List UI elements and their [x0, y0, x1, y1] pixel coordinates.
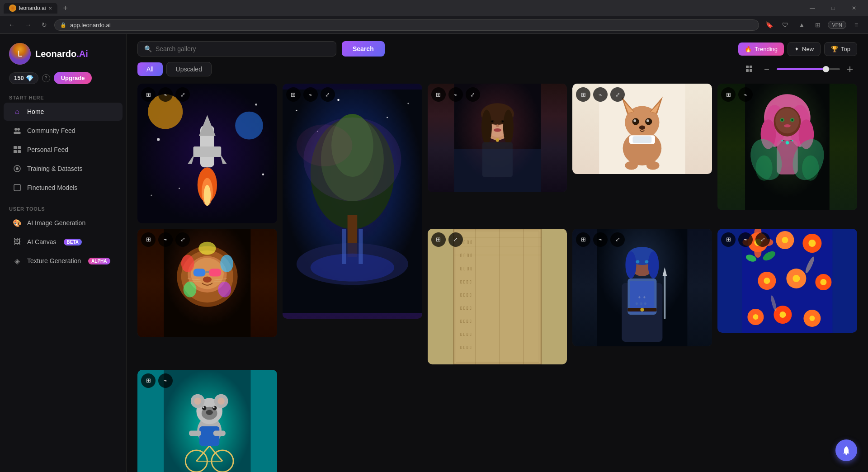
- gallery-action-edit-3[interactable]: ⌁: [448, 87, 463, 102]
- gallery-action-edit-1[interactable]: ⌁: [158, 87, 173, 102]
- svg-text:𓐀 𓑀 𓒀 𓓀: 𓐀 𓑀 𓒀 𓓀: [460, 292, 471, 297]
- gallery-action-model-4[interactable]: ⊞: [576, 87, 590, 102]
- gallery-action-edit-5[interactable]: ⌁: [738, 87, 753, 102]
- training-icon: [13, 164, 22, 173]
- maximize-btn[interactable]: □: [823, 0, 844, 16]
- gallery-item-6-overlay: ⊞ ⌁ ⤢: [141, 232, 190, 247]
- svg-point-22: [235, 112, 263, 140]
- svg-rect-111: [206, 271, 209, 273]
- gallery-action-expand-7[interactable]: ⤢: [448, 232, 463, 247]
- gallery-action-model-1[interactable]: ⊞: [141, 87, 156, 102]
- gallery-item-9-overlay: ⊞ ⌁ ⤢: [721, 232, 770, 247]
- community-icon: [13, 126, 22, 135]
- new-tab-btn[interactable]: +: [59, 4, 71, 13]
- profile-btn[interactable]: ▲: [795, 19, 808, 31]
- gallery-action-edit-2[interactable]: ⌁: [303, 87, 318, 102]
- zoom-handle[interactable]: [823, 66, 829, 72]
- lock-icon: 🔒: [60, 22, 66, 28]
- svg-rect-17: [764, 69, 769, 70]
- sidebar-item-community-feed[interactable]: Community Feed: [4, 122, 123, 140]
- filter-upscaled-tab[interactable]: Upscaled: [166, 62, 212, 76]
- gallery-item-9[interactable]: ⊞ ⌁ ⤢: [717, 229, 857, 333]
- top-btn[interactable]: 🏆 Top: [824, 42, 857, 56]
- forward-btn[interactable]: →: [22, 19, 34, 31]
- back-btn[interactable]: ←: [5, 19, 18, 31]
- gallery-action-edit-4[interactable]: ⌁: [593, 87, 608, 102]
- help-icon[interactable]: ?: [42, 74, 50, 82]
- close-btn[interactable]: ✕: [844, 0, 864, 16]
- gallery-item-6[interactable]: ⊞ ⌁ ⤢: [137, 229, 277, 337]
- gallery-action-expand-4[interactable]: ⤢: [610, 87, 625, 102]
- active-tab[interactable]: leonardo.ai ✕: [4, 3, 57, 14]
- gallery-action-model-8[interactable]: ⊞: [576, 232, 590, 247]
- sidebar-item-finetuned[interactable]: Finetuned Models: [4, 179, 123, 197]
- sidebar: L Leonardo.Ai 150 💎 ? Upgrade Start Here…: [0, 34, 127, 472]
- search-container: 🔍: [137, 41, 336, 57]
- filter-all-tab[interactable]: All: [137, 62, 163, 76]
- gallery-action-edit-10[interactable]: ⌁: [158, 373, 173, 388]
- gallery-item-1[interactable]: ⊞ ⌁ ⤢: [137, 84, 277, 223]
- search-icon: 🔍: [144, 45, 152, 52]
- gallery-item-7[interactable]: 𓀀 𓁀 𓂀 𓃀 𓄀 𓅀 𓆀 𓇀 𓈀 𓉀 𓊀 𓋀 𓌀 𓍀 𓎀 𓏀 𓐀 𓑀 𓒀 𓓀 …: [428, 229, 567, 364]
- search-button[interactable]: Search: [342, 41, 385, 57]
- upgrade-button[interactable]: Upgrade: [54, 72, 92, 84]
- gallery-action-expand-3[interactable]: ⤢: [466, 87, 480, 102]
- svg-point-174: [821, 279, 827, 285]
- gallery-item-3[interactable]: ⊞ ⌁ ⤢: [428, 84, 567, 192]
- svg-point-176: [753, 314, 759, 320]
- gallery-item-5[interactable]: ⊞ ⌁: [717, 84, 857, 210]
- plus-btn[interactable]: [843, 62, 857, 76]
- sidebar-item-ai-canvas[interactable]: 🖼 AI Canvas BETA: [4, 233, 123, 251]
- filter-row: All Upscaled: [127, 57, 868, 80]
- zoom-slider[interactable]: [777, 68, 840, 70]
- minimize-btn[interactable]: —: [802, 0, 823, 16]
- gallery-action-edit-6[interactable]: ⌁: [158, 232, 173, 247]
- sidebar-item-ai-image-gen[interactable]: 🎨 AI Image Generation: [4, 214, 123, 232]
- trending-btn[interactable]: 🔥 Trending: [738, 42, 784, 56]
- gallery-action-model-6[interactable]: ⊞: [141, 232, 156, 247]
- gallery-area[interactable]: ⊞ ⌁ ⤢: [127, 80, 868, 472]
- new-btn[interactable]: ✦ New: [788, 42, 821, 56]
- gallery-item-1-overlay: ⊞ ⌁ ⤢: [141, 87, 190, 102]
- svg-text:𓘀 𓙀 𓚀 𓛀: 𓘀 𓙀 𓚀 𓛀: [460, 318, 471, 324]
- extensions-btn[interactable]: ⊞: [811, 19, 824, 31]
- gallery-action-edit-9[interactable]: ⌁: [738, 232, 753, 247]
- menu-btn[interactable]: ≡: [850, 19, 863, 31]
- gallery-action-model-3[interactable]: ⊞: [431, 87, 446, 102]
- trending-label: Trending: [755, 46, 778, 52]
- grid-view-btn[interactable]: [742, 62, 757, 76]
- sidebar-item-training[interactable]: Training & Datasets: [4, 160, 123, 178]
- gallery-action-expand-2[interactable]: ⤢: [321, 87, 335, 102]
- gallery-action-model-2[interactable]: ⊞: [286, 87, 301, 102]
- beta-badge: BETA: [64, 239, 82, 245]
- gallery-action-model-5[interactable]: ⊞: [721, 87, 736, 102]
- svg-text:⊕ ⊗ ⊕: ⊕ ⊗ ⊕: [636, 302, 647, 306]
- sidebar-item-home[interactable]: ⌂ Home: [4, 103, 123, 121]
- gallery-action-expand-1[interactable]: ⤢: [175, 87, 190, 102]
- svg-text:𓈀 𓉀 𓊀 𓋀: 𓈀 𓉀 𓊀 𓋀: [460, 265, 472, 271]
- gallery-action-expand-8[interactable]: ⤢: [610, 232, 625, 247]
- gallery-action-expand-9[interactable]: ⤢: [755, 232, 770, 247]
- gallery-action-expand-6[interactable]: ⤢: [175, 232, 190, 247]
- gallery-action-model-9[interactable]: ⊞: [721, 232, 736, 247]
- gallery-action-model-10[interactable]: ⊞: [141, 373, 156, 388]
- search-input[interactable]: [156, 45, 330, 52]
- minus-btn[interactable]: [760, 62, 774, 76]
- sidebar-item-personal-feed[interactable]: Personal Feed: [4, 141, 123, 159]
- address-bar[interactable]: 🔒 app.leonardo.ai: [54, 19, 759, 31]
- gallery-action-edit-8[interactable]: ⌁: [593, 232, 608, 247]
- svg-rect-19: [847, 69, 853, 70]
- shield-btn[interactable]: 🛡: [779, 19, 792, 31]
- gallery-action-model-7[interactable]: ⊞: [431, 232, 446, 247]
- gallery-item-2[interactable]: ⊞ ⌁ ⤢: [283, 84, 422, 319]
- notification-button[interactable]: [835, 439, 857, 461]
- gallery-item-8[interactable]: ✦ ✦ ⊕ ⊗ ⊕ ⊞ ⌁ ⤢: [572, 229, 712, 346]
- bookmark-btn[interactable]: 🔖: [763, 19, 775, 31]
- gallery-item-4[interactable]: ⊞ ⌁ ⤢: [572, 84, 712, 174]
- tab-bar: leonardo.ai ✕ + — □ ✕: [0, 0, 868, 16]
- tab-close-btn[interactable]: ✕: [48, 6, 52, 11]
- sidebar-item-texture-gen[interactable]: ◈ Texture Generation ALPHA: [4, 252, 123, 270]
- reload-btn[interactable]: ↻: [38, 19, 51, 31]
- svg-point-33: [179, 188, 180, 189]
- gallery-item-10[interactable]: ⊞ ⌁: [137, 370, 277, 472]
